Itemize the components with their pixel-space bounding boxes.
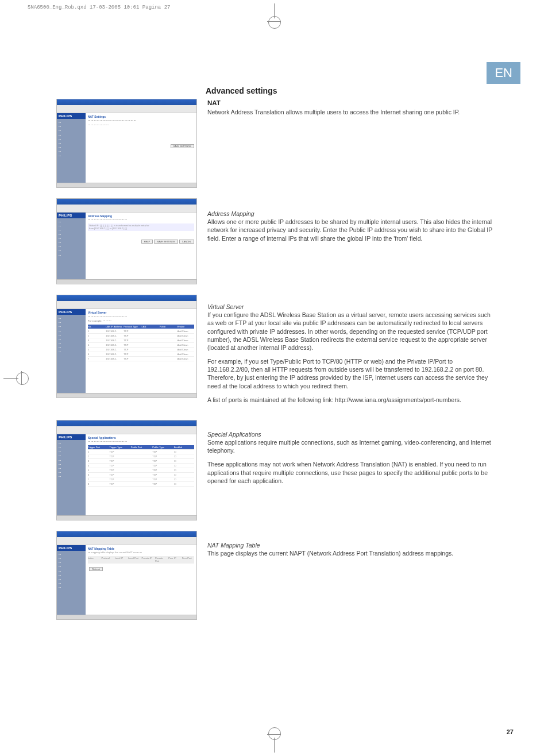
crop-mark-left	[3, 378, 18, 379]
screenshot-address-mapping: PHILIPS ••••••••• ••••••••• ••••••••• Ad…	[56, 198, 197, 284]
ss-save-btn[interactable]: SAVE SETTINGS	[154, 240, 178, 244]
vs-p2: For example, if you set Type/Public Port…	[207, 357, 493, 390]
section-virtual-server: PHILIPS ••••••••• ••••••••• ••••••••• Vi…	[56, 295, 493, 410]
vs-heading: Virtual Server	[207, 303, 244, 310]
screenshot-nat: PHILIPS ••••••••• ••••••••• ••••••••• NA…	[56, 99, 197, 188]
nat-body: Network Address Translation allows multi…	[207, 109, 460, 115]
sa-p2: These applications may not work when Net…	[207, 460, 493, 485]
ss-panel-title: Special Applications	[88, 436, 194, 439]
screenshot-special-apps: PHILIPS ••••••••• ••••••••• ••••••••• Sp…	[56, 420, 197, 520]
vs-p1: If you configure the ADSL Wireless Base …	[207, 311, 491, 351]
crop-mark-bottom	[274, 738, 275, 753]
ss-panel-title: NAT Settings	[88, 115, 194, 118]
am-heading: Address Mapping	[207, 210, 254, 217]
screenshot-nat-mapping: PHILIPS ••••••••• ••••••••• ••••••••• NA…	[56, 531, 197, 620]
language-badge: EN	[487, 62, 520, 84]
ss-brand: PHILIPS	[57, 113, 86, 119]
ss-brand: PHILIPS	[57, 309, 86, 315]
ss-panel-title: Address Mapping	[88, 214, 194, 218]
ss-help-btn[interactable]: HELP	[141, 240, 153, 244]
nat-heading: NAT	[207, 99, 221, 106]
ss-panel-title: Virtual Server	[88, 311, 194, 314]
ss-cancel-btn[interactable]: CANCEL	[179, 240, 194, 244]
ss-brand: PHILIPS	[57, 434, 86, 440]
section-nat-mapping: PHILIPS ••••••••• ••••••••• ••••••••• NA…	[56, 531, 493, 620]
main-title: Advanced settings	[206, 86, 493, 95]
page-number: 27	[507, 728, 514, 735]
section-nat: PHILIPS ••••••••• ••••••••• ••••••••• NA…	[56, 99, 493, 188]
page-content: Advanced settings PHILIPS ••••••••• ••••…	[56, 86, 493, 630]
sa-p1: Some applications require multiple conne…	[207, 439, 491, 454]
sa-heading: Special Applications	[207, 431, 261, 438]
ss-panel-title: NAT Mapping Table	[88, 547, 194, 550]
nm-body: This page displays the current NAPT (Net…	[207, 550, 453, 557]
nm-heading: NAT Mapping Table	[207, 542, 260, 549]
ss-refresh-btn[interactable]: Refresh	[89, 567, 103, 571]
ss-brand: PHILIPS	[57, 545, 86, 551]
print-header: SNA6500_Eng_Rob.qxd 17-03-2005 10:01 Pag…	[28, 5, 170, 10]
crop-mark-top	[274, 3, 275, 18]
section-special-apps: PHILIPS ••••••••• ••••••••• ••••••••• Sp…	[56, 420, 493, 520]
screenshot-virtual-server: PHILIPS ••••••••• ••••••••• ••••••••• Vi…	[56, 295, 197, 398]
vs-p3: A list of ports is maintained at the fol…	[207, 396, 493, 404]
ss-save-btn[interactable]: SAVE SETTINGS	[171, 144, 195, 148]
section-address-mapping: PHILIPS ••••••••• ••••••••• ••••••••• Ad…	[56, 198, 493, 284]
ss-brand: PHILIPS	[57, 213, 86, 218]
am-body: Allows one or more public IP addresses t…	[207, 218, 492, 241]
